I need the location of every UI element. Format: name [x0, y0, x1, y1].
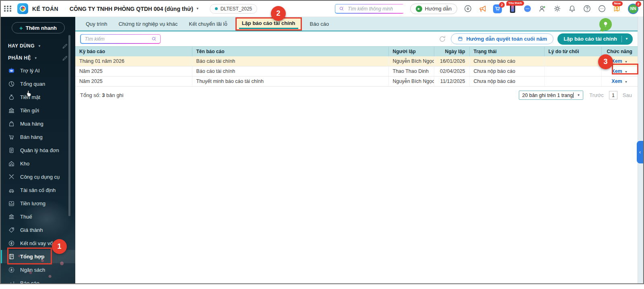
smart-search-input[interactable] — [347, 6, 411, 12]
sidebar-item-deposit[interactable]: Tiền gửi — [1, 104, 75, 117]
chat-icon[interactable] — [523, 4, 532, 13]
table-cell: Báo cáo tài chính — [192, 66, 388, 76]
user-avatar[interactable]: 2 NN — [628, 4, 638, 14]
app-window: KẾ TOÁN CÔNG TY TNHH PHÒNG QTDH 004 (dùn… — [0, 0, 644, 284]
refresh-icon[interactable] — [438, 35, 447, 43]
column-header[interactable]: Ngày lập — [434, 47, 469, 56]
tab-chung-tu-nghiep-vu-khac[interactable]: Chứng từ nghiệp vụ khác — [113, 17, 183, 31]
sidebar-item-costing[interactable]: Giá thành — [1, 223, 75, 237]
table-cell: Tháng 01 năm 2026 — [75, 56, 192, 66]
edit-pencil-icon[interactable] — [62, 43, 68, 49]
table-row[interactable]: Tháng 01 năm 2026Báo cáo tài chínhNguyễn… — [75, 56, 638, 66]
sidebar-item-label: Tài sản cố định — [20, 187, 56, 193]
annotation-step-1: 1 — [52, 239, 67, 254]
year-end-guide-button[interactable]: Hướng dẫn quyết toán cuối năm — [451, 33, 553, 44]
column-header[interactable]: Lý do từ chối — [544, 47, 601, 56]
sidebar-item-invoice-management[interactable]: Quản lý hóa đơn — [1, 144, 75, 157]
table-row[interactable]: Năm 2025Thuyết minh báo cáo tài chínhNgu… — [75, 76, 638, 87]
sidebar-item-cash[interactable]: Tiền mặt — [1, 91, 75, 104]
active-tab-underline — [239, 28, 298, 29]
sidebar-item-warehouse[interactable]: Kho — [1, 157, 75, 170]
table-cell — [544, 76, 601, 87]
table-cell: Thuyết minh báo cáo tài chính — [192, 76, 388, 87]
view-action-link[interactable]: Xem▼ — [611, 68, 627, 74]
tab-lap-bao-cao-tai-chinh[interactable]: Lập báo cáo tài chính — [235, 17, 302, 31]
section-modules[interactable]: PHÂN HỆ ▼ — [1, 52, 75, 64]
current-page[interactable]: 1 — [609, 91, 617, 99]
sidebar-item-label: Kho — [20, 161, 29, 167]
sidebar-item-label: Tiền mặt — [20, 94, 40, 100]
calendar-icon — [457, 36, 463, 42]
tips-lightbulb-icon[interactable] — [599, 18, 612, 31]
report-icon — [8, 280, 15, 284]
sidebar-item-payroll[interactable]: Tiền lương — [1, 197, 75, 210]
favorite-ribbon: Yêu thích — [506, 1, 524, 6]
loan-icon — [8, 240, 15, 247]
table-cell: Nguyễn Bích Ngọc — [388, 56, 434, 66]
magic-search-icon — [339, 6, 345, 12]
new-badge: New — [612, 1, 623, 6]
sidebar-scrollbar[interactable] — [68, 35, 70, 216]
tab-label: Quy trình — [86, 21, 107, 27]
sidebar-item-sales[interactable]: Bán hàng — [1, 130, 75, 144]
help-icon[interactable] — [582, 4, 591, 13]
sidebar-item-budget[interactable]: Ngân sách — [1, 263, 75, 277]
view-action-link[interactable]: Xem▼ — [611, 58, 627, 64]
table-row[interactable]: Năm 2025Báo cáo tài chínhThao Thao Dinh0… — [75, 66, 638, 76]
column-header[interactable]: Trạng thái — [469, 47, 544, 56]
add-user-icon[interactable] — [538, 4, 547, 13]
next-page-button[interactable]: Sau — [623, 92, 632, 98]
tab-quy-trinh[interactable]: Quy trình — [80, 17, 113, 31]
sales-icon — [8, 134, 15, 140]
chevron-down-icon[interactable]: ▼ — [625, 70, 627, 74]
tools-icon — [8, 173, 15, 180]
sidebar-item-label: Thuế — [20, 214, 32, 220]
main-content: Quy trìnhChứng từ nghiệp vụ khácKết chuy… — [75, 17, 643, 284]
table-search-input[interactable] — [84, 36, 151, 42]
prev-page-button[interactable]: Trước — [589, 92, 604, 98]
sidebar-item-fixed-assets[interactable]: Tài sản cố định — [1, 184, 75, 197]
tab-bao-cao[interactable]: Báo cáo — [304, 17, 335, 31]
quick-add-button[interactable]: + Thêm nhanh — [12, 22, 65, 33]
page-size-dropdown[interactable]: 20 bản ghi trên 1 trang ▼ — [519, 91, 583, 100]
notifications-bell-icon[interactable] — [568, 4, 576, 13]
column-header[interactable]: Người lập — [388, 47, 434, 56]
reports-table: Kỳ báo cáoTên báo cáoNgười lậpNgày lậpTr… — [75, 46, 638, 87]
overview-icon — [8, 81, 15, 87]
megaphone-icon[interactable] — [478, 4, 487, 13]
view-action-link[interactable]: Xem▼ — [611, 78, 627, 84]
sidebar-item-purchasing[interactable]: Mua hàng — [1, 117, 75, 130]
tab-label: Lập báo cáo tài chính — [242, 20, 295, 26]
table-cell: Nguyễn Bích Ngọc — [388, 76, 434, 87]
sidebar-item-ai-assistant[interactable]: Trợ lý AI — [1, 64, 75, 77]
bottom-margin — [0, 284, 644, 289]
collapse-panel-handle[interactable]: ‹ — [637, 141, 643, 163]
chevron-down-icon[interactable]: ▼ — [625, 60, 627, 64]
app-name: KẾ TOÁN — [32, 6, 58, 12]
sidebar-item-reports[interactable]: Báo cáo — [1, 277, 75, 284]
chevron-down-icon[interactable]: ▼ — [625, 37, 628, 41]
section-frequently-used[interactable]: HAY DÙNG ▼ — [1, 40, 75, 52]
chevron-down-icon: ▼ — [38, 44, 41, 48]
settings-gear-icon[interactable] — [553, 4, 561, 13]
download-icon[interactable] — [463, 4, 472, 13]
database-badge[interactable]: DLTEST_2025 — [210, 4, 258, 14]
tab-ket-chuyen-lai-lo[interactable]: Kết chuyển lãi lỗ — [183, 17, 233, 31]
more-options-icon[interactable] — [597, 4, 606, 13]
column-header[interactable]: Kỳ báo cáo — [75, 47, 192, 56]
whats-new-map-icon[interactable]: New — [612, 4, 621, 13]
sidebar-item-label: Tổng quan — [20, 81, 45, 87]
invoice-icon — [8, 147, 15, 154]
sidebar-item-tools-equipment[interactable]: Công cụ dụng cụ — [1, 170, 75, 184]
sidebar-item-tax[interactable]: Thuế — [1, 210, 75, 223]
favorites-phone-icon[interactable]: Yêu thích — [508, 4, 517, 13]
create-financial-report-button[interactable]: Lập báo cáo tài chính ▼ — [557, 33, 633, 45]
sidebar-item-overview[interactable]: Tổng quan — [1, 77, 75, 91]
company-selector[interactable]: CÔNG TY TNHH PHÒNG QTDH 004 (dùng thử) ▼ — [70, 6, 199, 12]
column-header[interactable]: Tên báo cáo — [192, 47, 388, 56]
store-cart-icon[interactable]: 2 — [493, 4, 502, 13]
edit-pencil-icon[interactable] — [62, 55, 68, 61]
app-launcher-icon[interactable] — [4, 6, 12, 12]
guide-button[interactable]: ▶ Hướng dẫn — [410, 4, 457, 14]
chevron-down-icon[interactable]: ▼ — [625, 80, 627, 84]
